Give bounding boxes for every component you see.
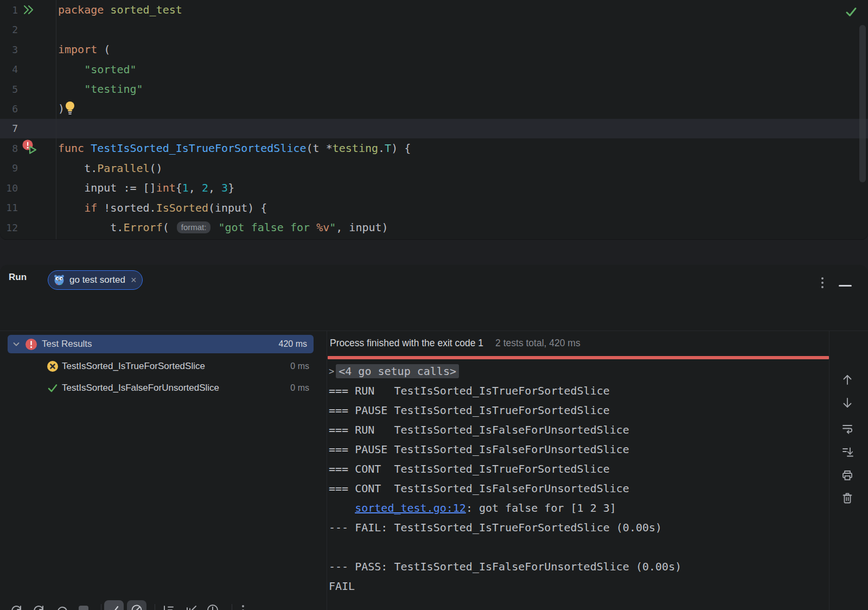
console-text: : got false for [1 2 3] xyxy=(466,501,616,514)
line-number: 12 xyxy=(0,218,18,237)
tab-close-icon[interactable]: × xyxy=(131,275,137,286)
line-number: 3 xyxy=(0,40,18,59)
run-all-tests-icon[interactable] xyxy=(23,4,35,15)
rerun-failed-tests-button[interactable] xyxy=(32,603,46,610)
scroll-up-icon[interactable] xyxy=(841,373,854,386)
code-line[interactable]: t.Parallel() xyxy=(58,158,163,178)
console-status-line: Process finished with the exit code 1 2 … xyxy=(330,338,580,349)
rerun-button[interactable] xyxy=(10,603,24,610)
code-token: %v xyxy=(316,221,329,234)
console-text: === CONT TestIsSorted_IsTrueForSortedSli… xyxy=(329,462,610,475)
test-results-time: 420 ms xyxy=(279,339,307,349)
editor-scrollbar-thumb[interactable] xyxy=(859,25,866,182)
test-results-label: Test Results xyxy=(42,339,92,350)
console-line: === PAUSE TestIsSorted_IsTrueForSortedSl… xyxy=(329,401,828,420)
console-text: FAIL xyxy=(329,580,355,593)
code-line[interactable]: import ( xyxy=(58,40,110,59)
console-line: === RUN TestIsSorted_IsTrueForSortedSlic… xyxy=(329,381,828,401)
code-line[interactable]: t.Errorf( format: "got false for %v", in… xyxy=(58,218,388,237)
console-text xyxy=(329,501,355,514)
inspections-ok-icon[interactable] xyxy=(845,5,858,18)
tree-console-divider[interactable] xyxy=(327,331,327,610)
toggle-auto-test-button[interactable] xyxy=(55,603,69,610)
show-passed-toggle[interactable] xyxy=(104,600,124,610)
code-token: { xyxy=(176,181,182,194)
chevron-down-icon[interactable] xyxy=(12,340,21,348)
code-token: IsSorted xyxy=(156,201,208,214)
clear-console-trash-icon[interactable] xyxy=(841,492,854,505)
code-line[interactable]: package sorted_test xyxy=(58,0,182,20)
code-token: Errorf xyxy=(123,221,162,234)
test-results-root-row[interactable]: Test Results 420 ms xyxy=(8,335,314,353)
code-token: T xyxy=(385,142,391,155)
run-configuration-tab[interactable]: go test sorted × xyxy=(48,270,143,290)
run-tab-label: go test sorted xyxy=(69,275,125,285)
code-line[interactable]: "sorted" xyxy=(58,59,137,79)
console-text: --- FAIL: TestIsSorted_IsTrueForSortedSl… xyxy=(329,521,662,534)
gutter-separator xyxy=(56,0,56,239)
test-time: 0 ms xyxy=(290,361,309,371)
test-passed-icon xyxy=(47,382,59,394)
code-token: if xyxy=(84,201,97,214)
code-token xyxy=(212,221,218,234)
line-number: 4 xyxy=(0,59,18,79)
print-icon[interactable] xyxy=(841,469,854,482)
code-line[interactable]: func TestIsSorted_IsTrueForSortedSlice(t… xyxy=(58,138,411,158)
run-toolbar xyxy=(0,296,868,331)
test-failed-icon xyxy=(47,360,59,372)
code-token: func xyxy=(58,142,84,155)
fold-expand-icon[interactable]: > xyxy=(329,366,334,377)
run-panel-title: Run xyxy=(9,272,27,283)
code-token: sorted_test xyxy=(110,3,182,16)
minimize-panel-button[interactable] xyxy=(835,278,855,293)
test-progress-bar-failed xyxy=(328,356,829,359)
code-token: . xyxy=(378,142,385,155)
code-token: TestIsSorted_IsTrueForSortedSlice xyxy=(91,142,306,155)
soft-wrap-icon[interactable] xyxy=(841,422,854,435)
console-text: === RUN TestIsSorted_IsTrueForSortedSlic… xyxy=(329,384,610,397)
code-line[interactable]: "testing" xyxy=(58,79,143,99)
stop-button[interactable] xyxy=(78,605,90,610)
test-row-passed[interactable]: TestIsSorted_IsFalseForUnsortedSlice 0 m… xyxy=(0,378,327,398)
test-history-button[interactable] xyxy=(206,603,222,610)
console-output[interactable]: ><4 go setup calls>=== RUN TestIsSorted_… xyxy=(329,361,828,596)
console-line: FAIL xyxy=(329,576,828,596)
code-token: , input) xyxy=(336,221,388,234)
navigate-stacktrace-button[interactable] xyxy=(184,603,199,610)
code-token xyxy=(58,82,84,96)
test-name: TestIsSorted_IsFalseForUnsortedSlice xyxy=(62,383,219,393)
line-number: 8 xyxy=(0,138,18,158)
code-token: import xyxy=(58,43,97,56)
code-token: Parallel xyxy=(97,162,149,175)
folded-region-chip[interactable]: <4 go setup calls> xyxy=(336,364,459,378)
test-name: TestIsSorted_IsTrueForSortedSlice xyxy=(62,361,205,372)
file-location-link[interactable]: sorted_test.go:12 xyxy=(355,501,466,514)
scroll-down-icon[interactable] xyxy=(841,396,854,409)
code-editor[interactable]: 123456789101112 package sorted_testimpor… xyxy=(0,0,868,240)
console-text: === RUN TestIsSorted_IsFalseForUnsortedS… xyxy=(329,423,629,436)
show-ignored-toggle[interactable] xyxy=(127,600,146,610)
toolbar-divider xyxy=(155,604,155,610)
test-row-failed[interactable]: TestIsSorted_IsTrueForSortedSlice 0 ms xyxy=(0,356,327,377)
line-number: 6 xyxy=(0,99,18,118)
code-token: ) xyxy=(58,102,65,115)
code-token: t. xyxy=(58,221,123,234)
console-line: === PAUSE TestIsSorted_IsFalseForUnsorte… xyxy=(329,440,828,459)
more-actions-kebab-icon[interactable] xyxy=(238,603,248,610)
code-line[interactable]: input := []int{1, 2, 3} xyxy=(58,178,234,198)
intention-bulb-icon[interactable] xyxy=(65,100,75,116)
sort-tests-button[interactable] xyxy=(161,603,176,610)
code-token: ) { xyxy=(391,142,411,155)
console-line: --- FAIL: TestIsSorted_IsTrueForSortedSl… xyxy=(329,518,828,537)
code-token xyxy=(104,3,110,16)
code-token: , xyxy=(189,181,202,194)
failed-test-run-icon[interactable] xyxy=(22,139,38,156)
panel-options-kebab-icon[interactable] xyxy=(817,276,828,290)
code-token: "sorted" xyxy=(84,63,136,76)
code-line[interactable]: ) xyxy=(58,99,65,118)
code-line[interactable]: if !sorted.IsSorted(input) { xyxy=(58,198,267,218)
code-token: "got false for xyxy=(219,221,317,234)
scroll-to-end-icon[interactable] xyxy=(841,446,854,459)
line-number: 7 xyxy=(0,119,18,138)
console-gutter xyxy=(829,331,868,610)
